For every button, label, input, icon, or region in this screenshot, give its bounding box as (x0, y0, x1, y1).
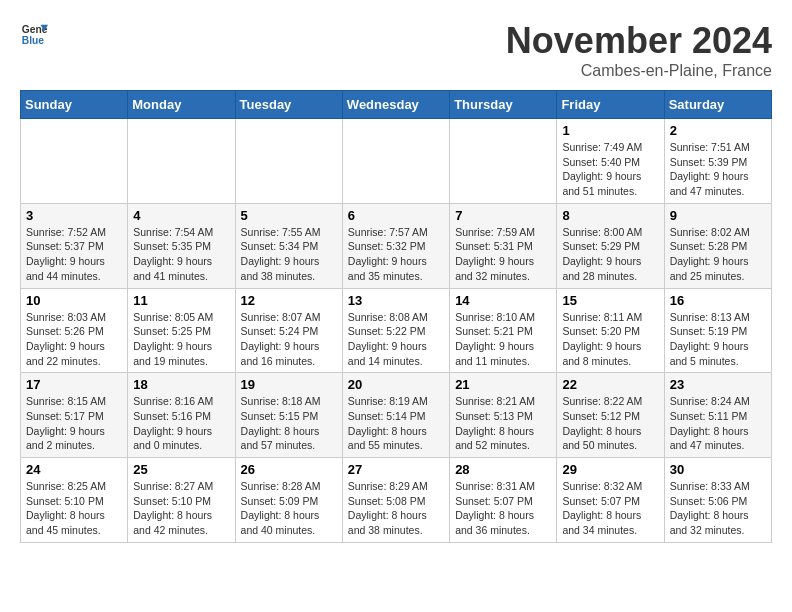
day-number: 26 (241, 462, 337, 477)
calendar-cell: 13Sunrise: 8:08 AM Sunset: 5:22 PM Dayli… (342, 288, 449, 373)
day-info: Sunrise: 8:02 AM Sunset: 5:28 PM Dayligh… (670, 225, 766, 284)
day-number: 20 (348, 377, 444, 392)
day-number: 15 (562, 293, 658, 308)
day-number: 28 (455, 462, 551, 477)
day-number: 11 (133, 293, 229, 308)
calendar-row-4: 24Sunrise: 8:25 AM Sunset: 5:10 PM Dayli… (21, 458, 772, 543)
calendar-cell: 20Sunrise: 8:19 AM Sunset: 5:14 PM Dayli… (342, 373, 449, 458)
day-info: Sunrise: 8:03 AM Sunset: 5:26 PM Dayligh… (26, 310, 122, 369)
calendar-cell: 22Sunrise: 8:22 AM Sunset: 5:12 PM Dayli… (557, 373, 664, 458)
day-number: 19 (241, 377, 337, 392)
day-number: 17 (26, 377, 122, 392)
day-info: Sunrise: 7:54 AM Sunset: 5:35 PM Dayligh… (133, 225, 229, 284)
calendar-cell: 3Sunrise: 7:52 AM Sunset: 5:37 PM Daylig… (21, 203, 128, 288)
calendar-cell: 21Sunrise: 8:21 AM Sunset: 5:13 PM Dayli… (450, 373, 557, 458)
day-number: 9 (670, 208, 766, 223)
day-number: 30 (670, 462, 766, 477)
day-info: Sunrise: 8:13 AM Sunset: 5:19 PM Dayligh… (670, 310, 766, 369)
day-number: 1 (562, 123, 658, 138)
calendar-cell: 4Sunrise: 7:54 AM Sunset: 5:35 PM Daylig… (128, 203, 235, 288)
day-info: Sunrise: 8:24 AM Sunset: 5:11 PM Dayligh… (670, 394, 766, 453)
header-sunday: Sunday (21, 91, 128, 119)
calendar-cell: 10Sunrise: 8:03 AM Sunset: 5:26 PM Dayli… (21, 288, 128, 373)
calendar-row-0: 1Sunrise: 7:49 AM Sunset: 5:40 PM Daylig… (21, 119, 772, 204)
day-number: 12 (241, 293, 337, 308)
day-info: Sunrise: 8:21 AM Sunset: 5:13 PM Dayligh… (455, 394, 551, 453)
day-info: Sunrise: 7:55 AM Sunset: 5:34 PM Dayligh… (241, 225, 337, 284)
day-number: 8 (562, 208, 658, 223)
day-info: Sunrise: 8:32 AM Sunset: 5:07 PM Dayligh… (562, 479, 658, 538)
day-number: 25 (133, 462, 229, 477)
calendar-cell: 6Sunrise: 7:57 AM Sunset: 5:32 PM Daylig… (342, 203, 449, 288)
calendar-table: SundayMondayTuesdayWednesdayThursdayFrid… (20, 90, 772, 543)
calendar-cell: 25Sunrise: 8:27 AM Sunset: 5:10 PM Dayli… (128, 458, 235, 543)
day-info: Sunrise: 7:51 AM Sunset: 5:39 PM Dayligh… (670, 140, 766, 199)
header-row: SundayMondayTuesdayWednesdayThursdayFrid… (21, 91, 772, 119)
day-number: 18 (133, 377, 229, 392)
day-number: 29 (562, 462, 658, 477)
calendar-cell: 26Sunrise: 8:28 AM Sunset: 5:09 PM Dayli… (235, 458, 342, 543)
logo: General Blue (20, 20, 48, 48)
day-info: Sunrise: 8:25 AM Sunset: 5:10 PM Dayligh… (26, 479, 122, 538)
day-info: Sunrise: 8:28 AM Sunset: 5:09 PM Dayligh… (241, 479, 337, 538)
calendar-cell: 18Sunrise: 8:16 AM Sunset: 5:16 PM Dayli… (128, 373, 235, 458)
day-info: Sunrise: 8:27 AM Sunset: 5:10 PM Dayligh… (133, 479, 229, 538)
header-friday: Friday (557, 91, 664, 119)
calendar-cell: 7Sunrise: 7:59 AM Sunset: 5:31 PM Daylig… (450, 203, 557, 288)
day-number: 2 (670, 123, 766, 138)
calendar-row-3: 17Sunrise: 8:15 AM Sunset: 5:17 PM Dayli… (21, 373, 772, 458)
calendar-subtitle: Cambes-en-Plaine, France (506, 62, 772, 80)
calendar-row-1: 3Sunrise: 7:52 AM Sunset: 5:37 PM Daylig… (21, 203, 772, 288)
calendar-row-2: 10Sunrise: 8:03 AM Sunset: 5:26 PM Dayli… (21, 288, 772, 373)
calendar-cell: 14Sunrise: 8:10 AM Sunset: 5:21 PM Dayli… (450, 288, 557, 373)
calendar-cell: 24Sunrise: 8:25 AM Sunset: 5:10 PM Dayli… (21, 458, 128, 543)
day-number: 3 (26, 208, 122, 223)
day-number: 6 (348, 208, 444, 223)
day-info: Sunrise: 8:19 AM Sunset: 5:14 PM Dayligh… (348, 394, 444, 453)
day-number: 16 (670, 293, 766, 308)
day-info: Sunrise: 8:00 AM Sunset: 5:29 PM Dayligh… (562, 225, 658, 284)
day-number: 23 (670, 377, 766, 392)
day-info: Sunrise: 8:11 AM Sunset: 5:20 PM Dayligh… (562, 310, 658, 369)
day-info: Sunrise: 8:31 AM Sunset: 5:07 PM Dayligh… (455, 479, 551, 538)
calendar-cell: 27Sunrise: 8:29 AM Sunset: 5:08 PM Dayli… (342, 458, 449, 543)
calendar-cell (21, 119, 128, 204)
day-number: 5 (241, 208, 337, 223)
calendar-cell: 16Sunrise: 8:13 AM Sunset: 5:19 PM Dayli… (664, 288, 771, 373)
calendar-cell: 1Sunrise: 7:49 AM Sunset: 5:40 PM Daylig… (557, 119, 664, 204)
day-number: 4 (133, 208, 229, 223)
day-info: Sunrise: 8:07 AM Sunset: 5:24 PM Dayligh… (241, 310, 337, 369)
day-info: Sunrise: 8:22 AM Sunset: 5:12 PM Dayligh… (562, 394, 658, 453)
calendar-cell: 19Sunrise: 8:18 AM Sunset: 5:15 PM Dayli… (235, 373, 342, 458)
day-number: 14 (455, 293, 551, 308)
calendar-cell: 17Sunrise: 8:15 AM Sunset: 5:17 PM Dayli… (21, 373, 128, 458)
calendar-cell: 30Sunrise: 8:33 AM Sunset: 5:06 PM Dayli… (664, 458, 771, 543)
day-number: 7 (455, 208, 551, 223)
day-info: Sunrise: 8:18 AM Sunset: 5:15 PM Dayligh… (241, 394, 337, 453)
day-info: Sunrise: 7:49 AM Sunset: 5:40 PM Dayligh… (562, 140, 658, 199)
calendar-cell: 23Sunrise: 8:24 AM Sunset: 5:11 PM Dayli… (664, 373, 771, 458)
page-header: General Blue November 2024 Cambes-en-Pla… (20, 20, 772, 80)
calendar-cell: 29Sunrise: 8:32 AM Sunset: 5:07 PM Dayli… (557, 458, 664, 543)
logo-icon: General Blue (20, 20, 48, 48)
day-info: Sunrise: 8:15 AM Sunset: 5:17 PM Dayligh… (26, 394, 122, 453)
calendar-cell: 28Sunrise: 8:31 AM Sunset: 5:07 PM Dayli… (450, 458, 557, 543)
calendar-cell (342, 119, 449, 204)
title-area: November 2024 Cambes-en-Plaine, France (506, 20, 772, 80)
day-number: 24 (26, 462, 122, 477)
svg-text:Blue: Blue (22, 35, 45, 46)
calendar-cell: 2Sunrise: 7:51 AM Sunset: 5:39 PM Daylig… (664, 119, 771, 204)
calendar-cell (128, 119, 235, 204)
calendar-cell (450, 119, 557, 204)
day-info: Sunrise: 7:57 AM Sunset: 5:32 PM Dayligh… (348, 225, 444, 284)
calendar-cell (235, 119, 342, 204)
day-number: 22 (562, 377, 658, 392)
header-wednesday: Wednesday (342, 91, 449, 119)
day-info: Sunrise: 8:10 AM Sunset: 5:21 PM Dayligh… (455, 310, 551, 369)
day-info: Sunrise: 8:16 AM Sunset: 5:16 PM Dayligh… (133, 394, 229, 453)
header-thursday: Thursday (450, 91, 557, 119)
day-info: Sunrise: 7:52 AM Sunset: 5:37 PM Dayligh… (26, 225, 122, 284)
calendar-cell: 15Sunrise: 8:11 AM Sunset: 5:20 PM Dayli… (557, 288, 664, 373)
calendar-cell: 12Sunrise: 8:07 AM Sunset: 5:24 PM Dayli… (235, 288, 342, 373)
day-info: Sunrise: 7:59 AM Sunset: 5:31 PM Dayligh… (455, 225, 551, 284)
